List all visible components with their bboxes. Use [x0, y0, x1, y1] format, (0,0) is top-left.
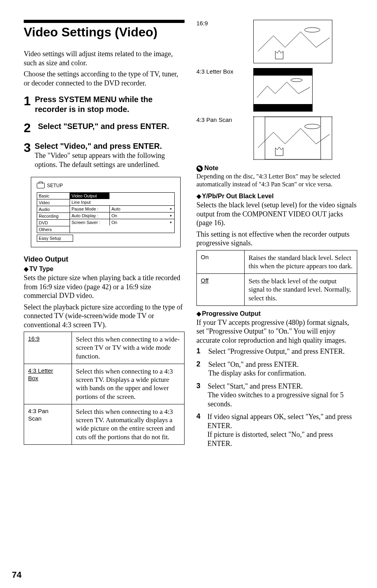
- thumb-row: 4:3 Pan Scan: [196, 116, 357, 160]
- thumb-panscan: [253, 116, 332, 160]
- setup-keys: Pause Mode : Auto Display : Screen Saver…: [70, 206, 110, 226]
- ypbpr-heading: Y/Pb/Pr Out Black Level: [196, 192, 357, 200]
- table-row: Off Sets the black level of the output s…: [197, 274, 357, 306]
- step-text: Select "Progressive Output," and press E…: [208, 347, 345, 356]
- list-item: 2 Select "On," and press ENTER. The disp…: [196, 360, 357, 378]
- svg-point-1: [291, 79, 302, 82]
- thumb-label: 4:3 Letter Box: [196, 68, 244, 75]
- tv-type-body: Select the playback picture size accordi…: [24, 303, 185, 330]
- step-number: 1: [24, 95, 31, 107]
- caret-icon: ▾: [170, 206, 172, 212]
- progressive-steps: 1 Select "Progressive Output," and press…: [196, 347, 357, 448]
- option-key: 16:9: [28, 335, 40, 342]
- option-key: On: [201, 254, 209, 260]
- step-2: 2 Select "SETUP," and press ENTER.: [24, 121, 185, 134]
- setup-nav-item: Recording: [37, 213, 70, 220]
- thumb-letterbox: [253, 68, 313, 112]
- setup-value: On▾: [110, 219, 174, 226]
- option-value: Select this when connecting to a 4:3 scr…: [72, 404, 185, 444]
- setup-tab: Video Output: [70, 193, 109, 199]
- step-number: 4: [196, 412, 203, 421]
- setup-key: Screen Saver :: [70, 219, 109, 226]
- progressive-heading: Progressive Output: [196, 310, 357, 317]
- ypbpr-table: On Raises the standard black level. Sele…: [196, 250, 357, 306]
- caret-icon: ▾: [170, 219, 172, 226]
- landscape-icon: [254, 20, 332, 63]
- svg-point-0: [304, 28, 320, 32]
- svg-point-2: [304, 124, 320, 129]
- step-body: The "Video" setup appears with the follo…: [35, 151, 185, 169]
- table-row: On Raises the standard black level. Sele…: [197, 250, 357, 274]
- list-item: 1 Select "Progressive Output," and press…: [196, 347, 357, 356]
- setup-row: Line Input: [70, 199, 174, 206]
- ypbpr-body: This setting is not effective when the r…: [196, 230, 357, 248]
- setup-nav-item: Video: [37, 199, 70, 206]
- setup-nav-item: Basic: [37, 193, 70, 199]
- step-number: 3: [196, 382, 203, 390]
- step-heading: Press SYSTEM MENU while the recorder is …: [35, 95, 185, 114]
- progressive-body: If your TV accepts progressive (480p) fo…: [196, 318, 357, 345]
- caret-icon: ▾: [170, 212, 172, 219]
- setup-key: Auto Display :: [70, 212, 109, 219]
- setup-nav: Basic Video Audio Recording DVD Others: [37, 192, 70, 233]
- step-number: 2: [24, 121, 34, 134]
- list-item: 3 Select "Start," and press ENTER. The v…: [196, 382, 357, 409]
- note-body: Depending on the disc, "4:3 Letter Box" …: [196, 173, 357, 188]
- video-output-heading: Video Output: [24, 255, 185, 264]
- intro-paragraph-2: Choose the settings according to the typ…: [24, 70, 185, 87]
- setup-nav-item: Others: [37, 226, 70, 233]
- setup-value: On▾: [110, 212, 174, 219]
- option-key: Off: [201, 277, 209, 284]
- setup-nav-item: DVD: [37, 220, 70, 226]
- setup-label: SETUP: [47, 183, 63, 188]
- thumb-16-9: [253, 20, 332, 63]
- step-number: 2: [196, 360, 204, 368]
- step-text: Select "On," and press ENTER. The displa…: [208, 360, 306, 378]
- tv-type-body: Sets the picture size when playing back …: [24, 273, 185, 300]
- list-item: 4 If video signal appears OK, select "Ye…: [196, 412, 357, 448]
- setup-key: Pause Mode :: [70, 206, 109, 212]
- ypbpr-body: Selects the black level (setup level) fo…: [196, 201, 357, 228]
- option-value: Select this when connecting to a 4:3 scr…: [72, 364, 185, 404]
- setup-nav-item: Audio: [37, 206, 70, 213]
- setup-value: Auto▾: [110, 206, 174, 212]
- step-heading: Select "SETUP," and press ENTER.: [38, 121, 169, 131]
- toolbox-icon: [37, 183, 45, 188]
- section-rule: [24, 20, 185, 23]
- thumb-row: 4:3 Letter Box: [196, 68, 357, 112]
- table-row: 4:3 PanScan Select this when connecting …: [24, 404, 185, 444]
- thumb-label: 4:3 Pan Scan: [196, 116, 244, 123]
- option-key: 4:3 PanScan: [28, 408, 49, 422]
- note-icon: ✎: [196, 165, 203, 172]
- step-1: 1 Press SYSTEM MENU while the recorder i…: [24, 95, 185, 114]
- setup-screenshot: SETUP Basic Video Audio Recording DVD Ot…: [31, 177, 181, 247]
- thumb-label: 16:9: [196, 20, 244, 27]
- thumb-row: 16:9: [196, 20, 357, 63]
- step-number: 1: [196, 347, 204, 355]
- option-value: Select this when connecting to a wide-sc…: [72, 332, 185, 364]
- landscape-icon: [254, 68, 312, 111]
- page-title: Video Settings (Video): [24, 25, 185, 39]
- setup-values: Auto▾ On▾ On▾: [110, 206, 174, 226]
- table-row: 4:3 LetterBox Select this when connectin…: [24, 364, 185, 404]
- tv-type-table: 16:9 Select this when connecting to a wi…: [24, 332, 185, 445]
- option-key: 4:3 LetterBox: [28, 367, 53, 381]
- option-value: Raises the standard black level. Select …: [245, 250, 357, 274]
- step-heading: Select "Video," and press ENTER.: [35, 141, 185, 151]
- step-number: 3: [24, 141, 31, 154]
- page-number: 74: [12, 570, 21, 580]
- note-heading: ✎Note: [196, 165, 357, 172]
- option-value: Sets the black level of the output signa…: [245, 274, 357, 306]
- setup-easy: Easy Setup: [37, 235, 73, 242]
- table-row: 16:9 Select this when connecting to a wi…: [24, 332, 185, 364]
- landscape-icon: [254, 117, 332, 159]
- tv-type-heading: TV Type: [24, 265, 185, 273]
- step-text: If video signal appears OK, select "Yes,…: [207, 412, 357, 448]
- intro-paragraph-1: Video settings will adjust items related…: [24, 49, 185, 67]
- step-3: 3 Select "Video," and press ENTER. The "…: [24, 141, 185, 169]
- step-text: Select "Start," and press ENTER. The vid…: [208, 382, 357, 409]
